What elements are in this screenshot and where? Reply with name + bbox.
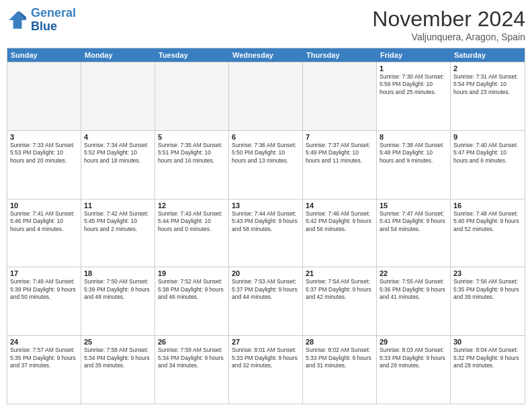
day-cell-5: 5Sunrise: 7:35 AM Sunset: 5:51 PM Daylig… bbox=[155, 131, 229, 199]
day-number: 14 bbox=[306, 201, 373, 210]
day-info: Sunrise: 8:02 AM Sunset: 5:33 PM Dayligh… bbox=[306, 347, 373, 369]
day-number: 20 bbox=[232, 269, 300, 277]
day-cell-3: 3Sunrise: 7:33 AM Sunset: 5:53 PM Daylig… bbox=[7, 131, 81, 199]
day-cell-empty bbox=[303, 62, 377, 130]
day-info: Sunrise: 7:59 AM Sunset: 5:34 PM Dayligh… bbox=[158, 347, 226, 369]
day-cell-13: 13Sunrise: 7:44 AM Sunset: 5:43 PM Dayli… bbox=[229, 199, 303, 267]
day-header-sunday: Sunday bbox=[7, 48, 81, 62]
day-info: Sunrise: 7:52 AM Sunset: 5:38 PM Dayligh… bbox=[158, 278, 226, 301]
day-number: 25 bbox=[84, 338, 152, 346]
day-info: Sunrise: 7:33 AM Sunset: 5:53 PM Dayligh… bbox=[10, 142, 78, 165]
day-info: Sunrise: 8:01 AM Sunset: 5:33 PM Dayligh… bbox=[232, 347, 300, 369]
day-info: Sunrise: 7:55 AM Sunset: 5:36 PM Dayligh… bbox=[380, 278, 447, 301]
day-number: 11 bbox=[84, 201, 152, 210]
day-cell-1: 1Sunrise: 7:30 AM Sunset: 5:56 PM Daylig… bbox=[377, 62, 451, 130]
day-number: 27 bbox=[232, 338, 300, 346]
day-number: 15 bbox=[380, 201, 447, 210]
day-number: 12 bbox=[158, 201, 226, 210]
day-cell-11: 11Sunrise: 7:42 AM Sunset: 5:45 PM Dayli… bbox=[81, 199, 155, 267]
page-container: General Blue November 2024 Valjunquera, … bbox=[0, 0, 532, 411]
day-number: 4 bbox=[84, 133, 152, 141]
day-cell-27: 27Sunrise: 8:01 AM Sunset: 5:33 PM Dayli… bbox=[229, 336, 303, 404]
day-cell-2: 2Sunrise: 7:31 AM Sunset: 5:54 PM Daylig… bbox=[451, 62, 525, 130]
day-cell-14: 14Sunrise: 7:46 AM Sunset: 5:42 PM Dayli… bbox=[303, 199, 377, 267]
calendar: SundayMondayTuesdayWednesdayThursdayFrid… bbox=[7, 48, 525, 404]
day-cell-6: 6Sunrise: 7:36 AM Sunset: 5:50 PM Daylig… bbox=[229, 131, 303, 199]
day-cell-24: 24Sunrise: 7:57 AM Sunset: 5:35 PM Dayli… bbox=[7, 336, 81, 404]
day-cell-17: 17Sunrise: 7:49 AM Sunset: 5:39 PM Dayli… bbox=[7, 267, 81, 335]
svg-marker-0 bbox=[9, 11, 26, 29]
day-info: Sunrise: 7:38 AM Sunset: 5:48 PM Dayligh… bbox=[380, 142, 447, 165]
day-header-saturday: Saturday bbox=[451, 48, 525, 62]
day-cell-7: 7Sunrise: 7:37 AM Sunset: 5:49 PM Daylig… bbox=[303, 131, 377, 199]
week-row-3: 10Sunrise: 7:41 AM Sunset: 5:46 PM Dayli… bbox=[7, 199, 525, 267]
day-cell-empty bbox=[81, 62, 155, 130]
day-info: Sunrise: 7:54 AM Sunset: 5:37 PM Dayligh… bbox=[306, 278, 373, 301]
day-number: 10 bbox=[10, 201, 78, 210]
day-number: 3 bbox=[10, 133, 78, 141]
day-number: 6 bbox=[232, 133, 300, 141]
day-info: Sunrise: 7:44 AM Sunset: 5:43 PM Dayligh… bbox=[232, 210, 300, 233]
day-number: 13 bbox=[232, 201, 300, 210]
day-info: Sunrise: 7:40 AM Sunset: 5:47 PM Dayligh… bbox=[453, 142, 522, 165]
day-cell-12: 12Sunrise: 7:43 AM Sunset: 5:44 PM Dayli… bbox=[155, 199, 229, 267]
calendar-weeks: 1Sunrise: 7:30 AM Sunset: 5:56 PM Daylig… bbox=[7, 62, 525, 404]
title-section: November 2024 Valjunquera, Aragon, Spain bbox=[372, 7, 525, 42]
day-cell-empty bbox=[7, 62, 81, 130]
day-number: 8 bbox=[380, 133, 447, 141]
day-cell-10: 10Sunrise: 7:41 AM Sunset: 5:46 PM Dayli… bbox=[7, 199, 81, 267]
day-cell-4: 4Sunrise: 7:34 AM Sunset: 5:52 PM Daylig… bbox=[81, 131, 155, 199]
day-headers-row: SundayMondayTuesdayWednesdayThursdayFrid… bbox=[7, 48, 525, 62]
day-info: Sunrise: 7:50 AM Sunset: 5:39 PM Dayligh… bbox=[84, 278, 152, 301]
day-info: Sunrise: 7:53 AM Sunset: 5:37 PM Dayligh… bbox=[232, 278, 300, 301]
day-cell-25: 25Sunrise: 7:58 AM Sunset: 5:34 PM Dayli… bbox=[81, 336, 155, 404]
day-number: 19 bbox=[158, 269, 226, 277]
day-number: 9 bbox=[453, 133, 522, 141]
day-info: Sunrise: 7:42 AM Sunset: 5:45 PM Dayligh… bbox=[84, 210, 152, 233]
day-cell-26: 26Sunrise: 7:59 AM Sunset: 5:34 PM Dayli… bbox=[155, 336, 229, 404]
day-number: 22 bbox=[380, 269, 447, 277]
day-info: Sunrise: 7:37 AM Sunset: 5:49 PM Dayligh… bbox=[306, 142, 373, 165]
day-info: Sunrise: 7:48 AM Sunset: 5:40 PM Dayligh… bbox=[453, 210, 522, 233]
day-header-tuesday: Tuesday bbox=[155, 48, 229, 62]
day-info: Sunrise: 7:58 AM Sunset: 5:34 PM Dayligh… bbox=[84, 347, 152, 369]
day-number: 24 bbox=[10, 338, 78, 346]
day-info: Sunrise: 8:03 AM Sunset: 5:33 PM Dayligh… bbox=[380, 347, 447, 369]
day-cell-29: 29Sunrise: 8:03 AM Sunset: 5:33 PM Dayli… bbox=[377, 336, 451, 404]
week-row-5: 24Sunrise: 7:57 AM Sunset: 5:35 PM Dayli… bbox=[7, 335, 525, 404]
logo-text: General Blue bbox=[31, 7, 76, 34]
day-info: Sunrise: 7:34 AM Sunset: 5:52 PM Dayligh… bbox=[84, 142, 152, 165]
day-number: 1 bbox=[380, 64, 447, 73]
day-number: 29 bbox=[380, 338, 447, 346]
week-row-1: 1Sunrise: 7:30 AM Sunset: 5:56 PM Daylig… bbox=[7, 62, 525, 130]
day-info: Sunrise: 7:56 AM Sunset: 5:35 PM Dayligh… bbox=[453, 278, 522, 301]
day-header-wednesday: Wednesday bbox=[229, 48, 303, 62]
day-number: 18 bbox=[84, 269, 152, 277]
day-number: 17 bbox=[10, 269, 78, 277]
day-cell-23: 23Sunrise: 7:56 AM Sunset: 5:35 PM Dayli… bbox=[451, 267, 525, 335]
day-cell-9: 9Sunrise: 7:40 AM Sunset: 5:47 PM Daylig… bbox=[451, 131, 525, 199]
day-cell-22: 22Sunrise: 7:55 AM Sunset: 5:36 PM Dayli… bbox=[377, 267, 451, 335]
week-row-2: 3Sunrise: 7:33 AM Sunset: 5:53 PM Daylig… bbox=[7, 130, 525, 199]
day-cell-21: 21Sunrise: 7:54 AM Sunset: 5:37 PM Dayli… bbox=[303, 267, 377, 335]
logo-icon bbox=[7, 9, 28, 31]
day-number: 23 bbox=[453, 269, 522, 277]
day-header-thursday: Thursday bbox=[303, 48, 377, 62]
page-header: General Blue November 2024 Valjunquera, … bbox=[7, 7, 525, 42]
day-info: Sunrise: 7:36 AM Sunset: 5:50 PM Dayligh… bbox=[232, 142, 300, 165]
location-subtitle: Valjunquera, Aragon, Spain bbox=[372, 32, 525, 42]
day-info: Sunrise: 7:31 AM Sunset: 5:54 PM Dayligh… bbox=[453, 73, 522, 96]
day-cell-empty bbox=[155, 62, 229, 130]
day-info: Sunrise: 7:49 AM Sunset: 5:39 PM Dayligh… bbox=[10, 278, 78, 301]
day-cell-15: 15Sunrise: 7:47 AM Sunset: 5:41 PM Dayli… bbox=[377, 199, 451, 267]
day-info: Sunrise: 8:04 AM Sunset: 5:32 PM Dayligh… bbox=[453, 347, 522, 369]
day-info: Sunrise: 7:57 AM Sunset: 5:35 PM Dayligh… bbox=[10, 347, 78, 369]
day-cell-empty bbox=[229, 62, 303, 130]
day-number: 2 bbox=[453, 64, 522, 73]
month-title: November 2024 bbox=[372, 7, 525, 32]
day-info: Sunrise: 7:35 AM Sunset: 5:51 PM Dayligh… bbox=[158, 142, 226, 165]
day-info: Sunrise: 7:46 AM Sunset: 5:42 PM Dayligh… bbox=[306, 210, 373, 233]
day-number: 21 bbox=[306, 269, 373, 277]
day-info: Sunrise: 7:47 AM Sunset: 5:41 PM Dayligh… bbox=[380, 210, 447, 233]
day-cell-16: 16Sunrise: 7:48 AM Sunset: 5:40 PM Dayli… bbox=[451, 199, 525, 267]
